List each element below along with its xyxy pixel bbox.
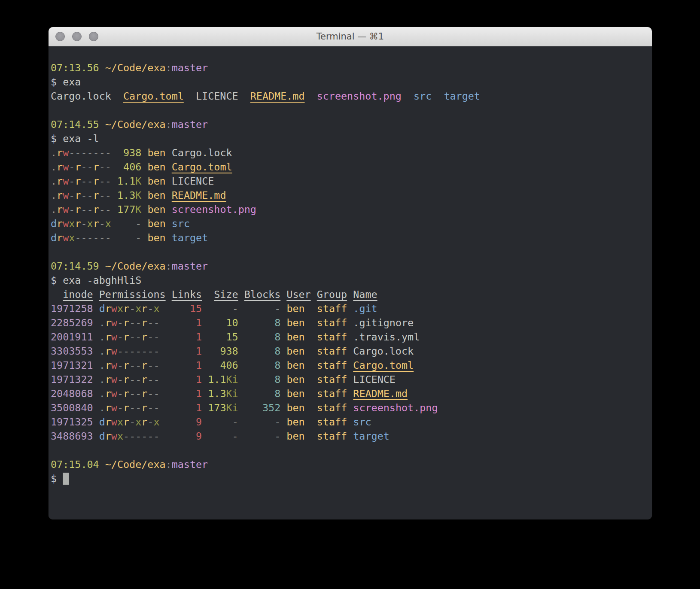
text-segment: x xyxy=(135,303,141,315)
text-segment xyxy=(347,331,353,343)
title-bar[interactable]: Terminal — ⌘1 xyxy=(49,27,652,46)
text-segment: r xyxy=(93,218,99,230)
text-segment: . xyxy=(99,388,105,400)
text-segment: r xyxy=(57,189,63,201)
text-segment: ------ xyxy=(123,430,160,442)
text-segment: K xyxy=(135,175,141,187)
blank-line xyxy=(51,443,648,458)
text-segment: -- xyxy=(147,359,159,371)
text-segment: 1 xyxy=(172,388,202,400)
text-segment: -- xyxy=(81,203,93,216)
text-segment: ~/Code/exa xyxy=(105,260,166,272)
text-segment xyxy=(432,90,444,102)
text-segment: ~/Code/exa xyxy=(105,62,166,74)
text-segment: - xyxy=(117,232,141,244)
text-segment xyxy=(93,288,99,301)
text-segment: r xyxy=(123,359,129,371)
terminal-screen[interactable]: 07:13.56 ~/Code/exa:master$ exaCargo.loc… xyxy=(49,46,652,519)
text-segment: staff xyxy=(317,331,347,343)
text-segment: Cargo.lock xyxy=(51,90,123,102)
text-segment: r xyxy=(75,203,81,216)
text-segment xyxy=(305,303,317,315)
text-segment: - xyxy=(117,218,141,230)
text-segment xyxy=(99,458,105,471)
text-segment: 3303553 xyxy=(51,345,93,357)
text-segment: : xyxy=(166,458,172,471)
text-segment xyxy=(347,345,353,357)
text-segment: -- xyxy=(129,388,141,400)
table-row: 1971322 .rw-r--r-- 1 1.1Ki 8 ben staff L… xyxy=(51,373,648,387)
text-segment: w xyxy=(111,416,117,428)
minimize-button[interactable] xyxy=(72,32,82,41)
text-segment xyxy=(166,218,172,230)
text-segment: ben xyxy=(147,203,165,216)
text-segment xyxy=(347,303,353,315)
text-segment: r xyxy=(105,317,111,329)
text-segment: : xyxy=(166,62,172,74)
text-segment: . xyxy=(51,175,57,187)
close-button[interactable] xyxy=(55,32,65,41)
table-row: 2048068 .rw-r--r-- 1 1.3Ki 8 ben staff R… xyxy=(51,387,648,401)
text-segment: - xyxy=(69,175,75,187)
text-segment: . xyxy=(51,147,57,159)
text-segment xyxy=(111,189,117,201)
text-segment xyxy=(141,161,147,173)
zoom-button[interactable] xyxy=(89,32,98,41)
table-row: 2285269 .rw-r--r-- 1 10 8 ben staff .git… xyxy=(51,316,648,330)
file-list-row: drwx------ - ben target xyxy=(51,231,648,245)
text-segment: r xyxy=(105,373,111,386)
text-segment: - xyxy=(117,373,123,386)
file-grid-line: Cargo.lock Cargo.toml LICENCE README.md … xyxy=(51,89,648,103)
text-segment xyxy=(305,317,317,329)
text-segment: - xyxy=(129,303,135,315)
text-segment: -- xyxy=(147,402,159,414)
text-segment xyxy=(93,373,99,386)
text-segment: ben xyxy=(147,232,165,244)
table-row: 3303553 .rw------- 1 938 8 ben staff Car… xyxy=(51,344,648,358)
text-segment xyxy=(166,161,172,173)
text-segment xyxy=(238,345,244,357)
text-segment: staff xyxy=(317,388,347,400)
text-segment: . xyxy=(51,189,57,201)
text-segment: 8 xyxy=(244,317,281,329)
text-segment: 1 xyxy=(172,331,202,343)
text-segment: target xyxy=(172,232,208,244)
text-segment: 07:14.55 xyxy=(51,118,99,131)
prompt-line: 07:15.04 ~/Code/exa:master xyxy=(51,458,648,472)
text-segment: r xyxy=(141,416,147,428)
text-segment: r xyxy=(93,175,99,187)
text-segment: w xyxy=(63,232,69,244)
text-segment xyxy=(111,161,123,173)
text-segment: 1.1 xyxy=(208,373,226,386)
text-segment: x xyxy=(69,232,75,244)
table-row: 3488693 drwx------ 9 - - ben staff targe… xyxy=(51,429,648,443)
text-segment: - xyxy=(208,430,238,442)
text-segment: $ exa -abghHliS xyxy=(51,274,141,286)
text-segment xyxy=(305,359,317,371)
text-segment: 1 xyxy=(172,373,202,386)
text-segment xyxy=(311,288,317,301)
text-segment: -- xyxy=(147,331,159,343)
text-segment: README.md xyxy=(172,189,226,201)
text-segment: r xyxy=(123,317,129,329)
text-segment xyxy=(111,175,117,187)
text-segment: 406 xyxy=(123,161,141,173)
file-list-row: .rw-r--r-- 1.1K ben LICENCE xyxy=(51,174,648,188)
text-segment: Cargo.lock xyxy=(353,345,414,357)
text-segment: 1 xyxy=(172,359,202,371)
text-segment xyxy=(238,430,244,442)
text-segment xyxy=(280,317,286,329)
text-segment: ben xyxy=(286,359,304,371)
text-segment: staff xyxy=(317,402,347,414)
text-segment: K xyxy=(135,203,141,216)
text-segment: -- xyxy=(129,359,141,371)
text-segment: LICENCE xyxy=(184,90,250,102)
text-segment xyxy=(280,388,286,400)
text-segment xyxy=(111,147,123,159)
text-segment: r xyxy=(141,388,147,400)
text-segment: 8 xyxy=(244,331,281,343)
terminal-window: Terminal — ⌘1 07:13.56 ~/Code/exa:master… xyxy=(49,27,652,519)
text-segment xyxy=(93,331,99,343)
text-segment xyxy=(141,147,147,159)
prompt-line: 07:14.55 ~/Code/exa:master xyxy=(51,118,648,132)
